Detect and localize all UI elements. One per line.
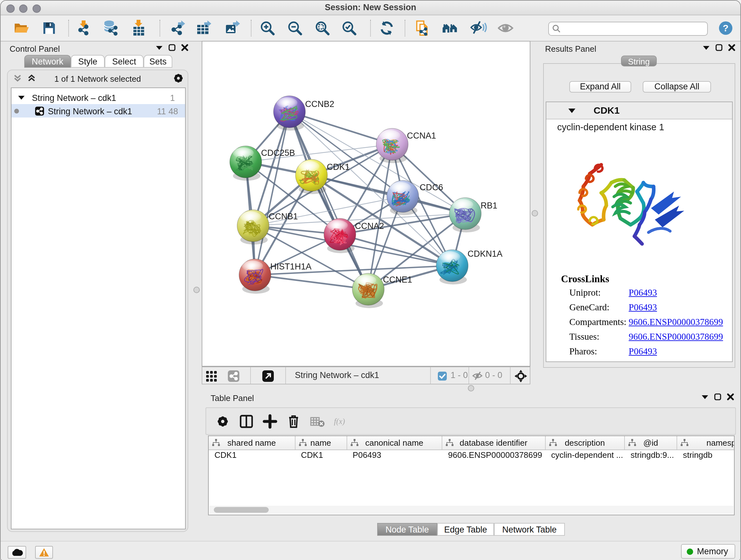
network-row-selected[interactable]: String Network – cdk1 11 48 [11, 104, 185, 118]
expand-all-button[interactable]: Expand All [569, 81, 631, 92]
network-edge[interactable] [255, 275, 368, 289]
add-column-button[interactable] [262, 413, 278, 430]
search-input[interactable] [548, 22, 708, 36]
crosslink-link[interactable]: P06493 [629, 287, 657, 298]
help-button[interactable]: ? [718, 20, 734, 37]
refresh-button[interactable] [379, 20, 395, 37]
zoom-in-button[interactable] [259, 20, 276, 37]
first-neighbors-button[interactable] [442, 20, 459, 37]
status-bar: Memory [1, 541, 740, 560]
table-cell[interactable]: CDK1 [214, 450, 294, 463]
crosslink-link[interactable]: 9606.ENSP00000378699 [629, 317, 723, 327]
zoom-fit-button[interactable] [314, 20, 330, 37]
open-in-new-window-icon[interactable] [262, 370, 274, 382]
network-node-HIST1H1A[interactable]: HIST1H1A [239, 259, 312, 294]
network-node-CDK1[interactable]: CDK1 [295, 159, 350, 194]
table-settings-button[interactable] [214, 413, 231, 430]
column-header-name[interactable]: name [295, 436, 347, 449]
column-header-databaseidentifier[interactable]: database identifier [442, 436, 545, 449]
crosslinks-title: CrossLinks [561, 273, 609, 285]
network-node-CCNB2[interactable]: CCNB2 [273, 96, 334, 131]
splitter-handle-bottom[interactable] [468, 385, 474, 391]
zoom-selected-button[interactable] [340, 20, 357, 37]
gene-card-header[interactable]: CDK1 [546, 102, 732, 119]
clone-network-button[interactable] [415, 20, 431, 37]
hide-selected-button[interactable] [470, 20, 487, 37]
tab-style[interactable]: Style [71, 55, 105, 68]
table-cell[interactable]: CDK1 [301, 450, 346, 463]
column-header-description[interactable]: description [545, 436, 625, 449]
import-table-file-button[interactable] [130, 20, 146, 37]
results-close-icon[interactable] [728, 44, 735, 51]
function-builder-button[interactable]: f(x) [333, 413, 359, 430]
tab-select[interactable]: Select [105, 55, 144, 68]
checkbox-checked-icon[interactable] [438, 371, 447, 380]
delete-table-button[interactable] [309, 413, 326, 430]
crosslink-link[interactable]: 9606.ENSP00000378699 [629, 331, 723, 342]
export-image-button[interactable] [224, 20, 241, 37]
crosslink-link[interactable]: P06493 [629, 302, 657, 313]
horizontal-scrollbar[interactable] [209, 506, 733, 514]
column-header-namespace[interactable]: namespace [677, 436, 735, 449]
table-float-icon[interactable] [714, 393, 721, 400]
splitter-handle-left[interactable] [193, 287, 200, 293]
panel-float-icon[interactable] [169, 44, 176, 51]
table-cell[interactable]: stringdb:9... [630, 450, 677, 463]
table-cell[interactable]: cyclin-dependent ... [551, 450, 624, 463]
tab-network[interactable]: Network [24, 55, 71, 68]
export-table-button[interactable] [196, 20, 212, 37]
network-node-CDC6[interactable]: CDC6 [387, 180, 443, 215]
warning-status-button[interactable] [35, 546, 53, 559]
results-tab-string[interactable]: String [621, 56, 657, 66]
network-collection-row[interactable]: String Network – cdk1 1 [11, 91, 185, 104]
network-graph[interactable]: CCNB2CCNA1CDC25BCDK1CDC6RB1CCNB1CCNA2CDK… [202, 42, 530, 366]
zoom-out-button[interactable] [286, 20, 303, 37]
memory-button[interactable]: Memory [681, 544, 735, 559]
select-columns-button[interactable] [238, 413, 255, 430]
tab-sets[interactable]: Sets [144, 55, 172, 68]
tab-edge-table[interactable]: Edge Table [437, 523, 494, 536]
collapse-gene-icon[interactable] [568, 108, 576, 114]
export-network-button[interactable] [170, 20, 186, 37]
node-label-CCNE1: CCNE1 [383, 275, 412, 285]
network-node-CCNA1[interactable]: CCNA1 [376, 128, 436, 163]
tab-network-table[interactable]: Network Table [494, 523, 565, 536]
delete-column-button[interactable] [285, 413, 302, 430]
table-cell[interactable]: P06493 [353, 450, 442, 463]
open-folder-button[interactable] [13, 20, 30, 37]
show-all-button[interactable] [497, 20, 514, 37]
scrollbar-thumb[interactable] [214, 507, 269, 513]
crosslink-link[interactable]: P06493 [629, 346, 657, 357]
node-label-CCNA1: CCNA1 [407, 131, 436, 140]
splitter-handle-right[interactable] [532, 210, 538, 216]
cloud-status-button[interactable] [8, 546, 26, 559]
tree-expanded-icon[interactable] [18, 95, 25, 100]
import-network-database-button[interactable] [103, 20, 119, 37]
network-node-CDKN1A[interactable]: CDKN1A [436, 249, 502, 285]
panel-menu-icon[interactable] [156, 45, 163, 50]
network-edge[interactable] [255, 112, 289, 275]
crosshair-icon[interactable] [515, 370, 527, 382]
panel-close-icon[interactable] [181, 44, 188, 51]
results-float-icon[interactable] [716, 44, 723, 51]
table-cell[interactable]: stringdb [683, 450, 735, 463]
column-header-id[interactable]: @id [625, 436, 677, 449]
network-node-RB1[interactable]: RB1 [449, 198, 497, 233]
gear-icon[interactable] [173, 73, 184, 84]
column-header-sharedname[interactable]: shared name [209, 436, 295, 449]
table-menu-icon[interactable] [701, 394, 709, 399]
table-cell[interactable]: 9606.ENSP00000378699 [448, 450, 545, 463]
network-overview-icon[interactable] [228, 370, 239, 382]
table-close-icon[interactable] [727, 393, 734, 400]
node-table[interactable]: shared name name canonical name database… [208, 435, 735, 515]
birdseye-grid-icon[interactable] [206, 371, 217, 382]
network-canvas[interactable]: CCNB2CCNA1CDC25BCDK1CDC6RB1CCNB1CCNA2CDK… [202, 41, 530, 367]
save-session-button[interactable] [41, 20, 57, 37]
eye-slash-icon[interactable] [472, 372, 482, 380]
results-menu-icon[interactable] [703, 45, 710, 50]
collapse-all-button[interactable]: Collapse All [643, 81, 711, 92]
tab-node-table[interactable]: Node Table [377, 523, 437, 536]
column-header-canonicalname[interactable]: canonical name [347, 436, 442, 449]
import-network-file-button[interactable] [75, 20, 92, 37]
memory-status-dot [687, 549, 693, 555]
